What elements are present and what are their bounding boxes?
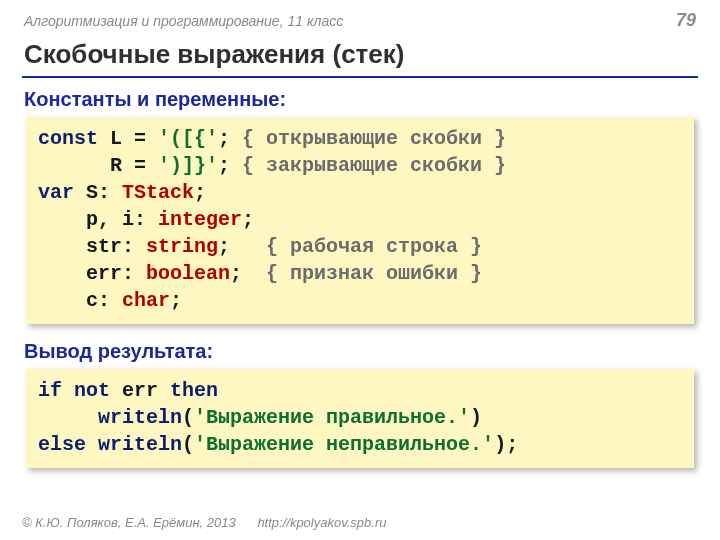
kw-const: const	[38, 127, 98, 150]
type-string: string	[146, 235, 218, 258]
title-underline	[22, 76, 698, 78]
page-number: 79	[676, 10, 696, 31]
code-text: ;	[194, 181, 206, 204]
type-boolean: boolean	[146, 262, 230, 285]
comment: { открывающие скобки }	[242, 127, 506, 150]
kw-if: if	[38, 379, 62, 402]
kw-writeln: writeln	[98, 406, 182, 429]
comment: { признак ошибки }	[266, 262, 482, 285]
section-output-label: Вывод результата:	[22, 338, 698, 369]
section-consts-label: Константы и переменные:	[22, 86, 698, 117]
kw-not: not	[74, 379, 110, 402]
code-text: ;	[170, 289, 182, 312]
code-text: str:	[38, 235, 146, 258]
code-text	[62, 379, 74, 402]
kw-else: else	[38, 433, 86, 456]
type-integer: integer	[158, 208, 242, 231]
footer: © К.Ю. Поляков, Е.А. Ерёмин, 2013 http:/…	[22, 515, 386, 530]
code-text: R =	[38, 154, 158, 177]
header-row: Алгоритмизация и программирование, 11 кл…	[22, 10, 698, 35]
code-text: ;	[230, 262, 266, 285]
str-incorrect: 'Выражение неправильное.'	[194, 433, 494, 456]
slide-page: Алгоритмизация и программирование, 11 кл…	[0, 0, 720, 540]
type-tstack: TStack	[122, 181, 194, 204]
code-text: ;	[218, 127, 242, 150]
str-correct: 'Выражение правильное.'	[194, 406, 470, 429]
code-text: ;	[242, 208, 254, 231]
course-title: Алгоритмизация и программирование, 11 кл…	[24, 13, 343, 29]
code-text: );	[494, 433, 518, 456]
code-text: (	[182, 433, 194, 456]
comment: { закрывающие скобки }	[242, 154, 506, 177]
type-char: char	[122, 289, 170, 312]
kw-then: then	[170, 379, 218, 402]
code-text: ;	[218, 235, 266, 258]
footer-url: http://kpolyakov.spb.ru	[257, 515, 386, 530]
code-text: p, i:	[38, 208, 158, 231]
code-text: ;	[218, 154, 242, 177]
str-open: '([{'	[158, 127, 218, 150]
code-text: err:	[38, 262, 146, 285]
code-text: L =	[98, 127, 158, 150]
kw-var: var	[38, 181, 74, 204]
code-block-output: if not err then writeln('Выражение прави…	[26, 369, 694, 468]
code-text: c:	[38, 289, 122, 312]
page-title: Скобочные выражения (стек)	[22, 35, 698, 76]
code-text: )	[470, 406, 482, 429]
code-text: (	[182, 406, 194, 429]
code-text: err	[110, 379, 170, 402]
kw-writeln: writeln	[98, 433, 182, 456]
code-block-consts: const L = '([{'; { открывающие скобки } …	[26, 117, 694, 324]
comment: { рабочая строка }	[266, 235, 482, 258]
code-text	[38, 406, 98, 429]
code-text: S:	[74, 181, 122, 204]
code-text	[86, 433, 98, 456]
footer-copyright: © К.Ю. Поляков, Е.А. Ерёмин, 2013	[22, 515, 236, 530]
str-close: ')]}'	[158, 154, 218, 177]
